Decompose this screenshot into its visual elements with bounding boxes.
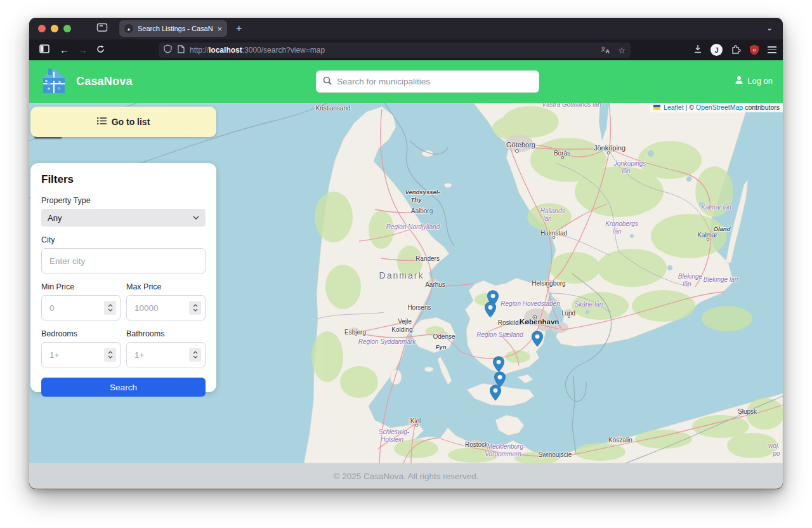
new-tab-button[interactable]: + [236,23,242,34]
app-footer: © 2025 CasaNova. All rights reserved. [29,463,783,489]
menu-hamburger-icon[interactable] [768,46,776,53]
url-text[interactable]: http://localhost:3000/search?view=map [190,46,601,55]
property-type-label: Property Type [41,196,206,205]
extensions-puzzle-icon[interactable] [731,44,741,56]
min-price-label: Min Price [41,282,121,291]
bedrooms-stepper[interactable] [104,348,116,362]
attribution-separator: | © [686,103,694,111]
chevron-down-icon [193,216,199,220]
ublock-origin-icon[interactable]: u [749,44,759,55]
search-button[interactable]: Search [41,378,206,397]
tab-list-chevron-icon[interactable]: ⌄ [766,23,773,32]
reload-button[interactable] [96,45,105,55]
property-type-select[interactable]: Any [41,209,206,227]
close-window-button[interactable] [38,25,46,32]
municipality-search-input[interactable] [337,77,532,86]
back-button[interactable]: ← [60,45,69,55]
account-extension-icon[interactable]: J [710,44,723,56]
browser-toolbar: ← → http://localhost:3000/search?view=ma… [29,39,783,60]
min-price-stepper[interactable] [104,301,116,315]
app-header: CasaNova Log on [29,60,783,103]
ukraine-flag-icon [653,105,660,110]
list-icon [97,117,107,127]
firefox-view-icon[interactable] [96,22,108,35]
browser-tab[interactable]: ▲ Search Listings - CasaNova × [119,20,227,37]
filters-title: Filters [41,173,206,186]
attribution-suffix: contributors [745,103,780,111]
search-icon [323,76,332,88]
map-attribution: Leaflet | © OpenStreetMap contributors [650,103,783,112]
log-on-label: Log on [747,76,773,86]
page-info-icon[interactable] [178,44,185,56]
bathrooms-stepper[interactable] [189,348,201,362]
bathrooms-label: Bathrooms [126,329,206,338]
municipality-search[interactable] [316,70,539,93]
shield-icon[interactable] [164,44,172,56]
tab-close-icon[interactable]: × [217,24,222,34]
go-to-list-label: Go to list [112,117,150,127]
translate-icon[interactable]: 文A [601,44,610,56]
tab-favicon-icon: ▲ [124,24,133,33]
openstreetmap-link[interactable]: OpenStreetMap [696,103,743,111]
browser-window: ▲ Search Listings - CasaNova × + ⌄ ← → h… [29,18,783,489]
filters-panel: Filters Property Type Any City Min Price [30,163,216,392]
bookmark-star-icon[interactable]: ☆ [618,46,625,55]
log-on-button[interactable]: Log on [735,76,773,86]
brand-name: CasaNova [76,75,133,88]
map[interactable]: KristiansandVästra Götalands länGöteborg… [29,103,783,463]
map-pin-marker[interactable] [490,385,502,404]
max-price-label: Max Price [126,282,206,291]
casanova-logo-icon[interactable] [39,67,69,97]
copyright-text: © 2025 CasaNova. All rights reserved. [333,472,478,481]
user-icon [735,76,743,86]
bedrooms-label: Bedrooms [41,329,121,338]
max-price-stepper[interactable] [189,301,201,315]
browser-tab-bar: ▲ Search Listings - CasaNova × + ⌄ [29,18,783,39]
minimize-window-button[interactable] [51,25,58,32]
leaflet-link[interactable]: Leaflet [664,103,684,111]
city-input[interactable] [41,248,206,274]
address-bar[interactable]: http://localhost:3000/search?view=map 文A… [159,43,631,58]
svg-text:u: u [753,47,756,53]
map-pin-marker[interactable] [532,331,544,350]
window-controls [38,25,71,32]
sidebar-toggle-icon[interactable] [39,44,49,56]
tab-title: Search Listings - CasaNova [138,25,213,32]
svg-text:A: A [606,48,610,54]
city-label: City [41,235,206,244]
maximize-window-button[interactable] [63,25,71,32]
go-to-list-button[interactable]: Go to list [30,107,216,137]
property-type-value: Any [48,213,62,223]
map-pin-marker[interactable] [485,301,497,320]
downloads-icon[interactable] [693,44,702,56]
forward-button[interactable]: → [78,45,88,55]
